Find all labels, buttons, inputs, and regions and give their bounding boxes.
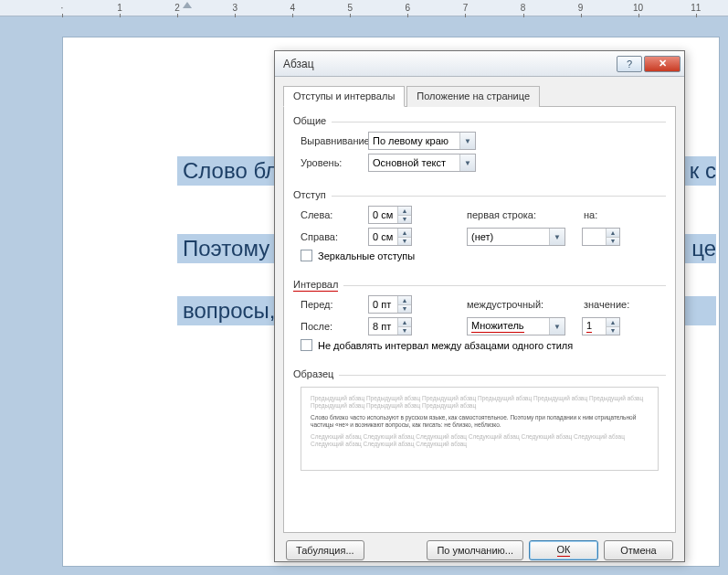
line-spacing-combo[interactable]: Множитель ▼: [467, 317, 565, 335]
preview-prefix: Предыдущий абзац Предыдущий абзац Предыд…: [311, 395, 649, 410]
spacing-after-value: 8 пт: [373, 321, 391, 332]
group-legend: Образец: [293, 368, 339, 379]
first-line-combo[interactable]: (нет) ▼: [467, 228, 565, 246]
dialog-title: Абзац: [283, 58, 615, 70]
spacing-after-spinner[interactable]: 8 пт ▲▼: [368, 317, 412, 335]
group-legend: Общие: [293, 115, 332, 126]
titlebar[interactable]: Абзац ? ✕: [275, 51, 684, 77]
spacing-before-value: 0 пт: [373, 299, 391, 310]
no-space-same-style-checkbox[interactable]: [301, 339, 312, 351]
ok-button[interactable]: ОК: [529, 540, 598, 560]
indent-right-label: Справа:: [293, 231, 368, 242]
indent-left-spinner[interactable]: 0 см ▲▼: [368, 206, 412, 224]
first-line-on-label: на:: [584, 209, 620, 220]
spacing-after-label: После:: [293, 321, 368, 332]
line-spacing-at-value: 1: [586, 320, 592, 333]
paragraph-dialog: Абзац ? ✕ Отступы и интервалы Положение …: [274, 50, 685, 562]
ruler-tick: 7: [438, 3, 492, 13]
spinner-arrows-icon[interactable]: ▲▼: [397, 207, 411, 223]
chevron-down-icon: ▼: [549, 229, 564, 245]
preview-suffix: Следующий абзац Следующий абзац Следующи…: [311, 433, 649, 449]
indent-left-label: Слева:: [293, 209, 368, 220]
ruler-tick: 4: [265, 3, 320, 13]
indent-left-value: 0 см: [373, 209, 393, 220]
tab-panel: Общие Выравнивание: По левому краю ▼ Уро…: [283, 107, 676, 533]
spacing-before-label: Перед:: [293, 299, 368, 310]
dialog-button-row: Табуляция... По умолчанию... ОК Отмена: [275, 533, 684, 568]
line-spacing-at-spinner[interactable]: 1 ▲▼: [582, 317, 620, 335]
alignment-combo[interactable]: По левому краю ▼: [368, 132, 476, 150]
chevron-down-icon: ▼: [459, 154, 475, 171]
spinner-arrows-icon[interactable]: ▲▼: [606, 318, 619, 335]
preview-sample: Слово близко часто используют в русском …: [311, 414, 649, 430]
set-default-button[interactable]: По умолчанию...: [427, 540, 523, 560]
first-line-label: первая строка:: [467, 209, 558, 220]
ruler: · 1 2 3 4 5 6 7 8 9 10 11: [0, 0, 728, 16]
tabs-button[interactable]: Табуляция...: [286, 540, 364, 560]
no-space-same-style-label: Не добавлять интервал между абзацами одн…: [318, 340, 573, 351]
line-spacing-value-label: значение:: [584, 299, 635, 310]
ruler-tick: 10: [611, 3, 666, 13]
first-line-on-spinner[interactable]: ▲▼: [582, 228, 620, 246]
spinner-arrows-icon[interactable]: ▲▼: [397, 229, 411, 245]
line-spacing-value: Множитель: [471, 320, 524, 333]
indent-marker-icon[interactable]: [183, 2, 192, 8]
group-preview: Образец Предыдущий абзац Предыдущий абза…: [293, 375, 666, 474]
chevron-down-icon: ▼: [459, 133, 475, 149]
line-spacing-label: междустрочный:: [467, 299, 558, 310]
group-interval: Интервал Перед: 0 пт ▲▼ междустрочный: з…: [293, 285, 666, 358]
ruler-tick: 8: [496, 3, 551, 13]
ruler-tick: 1: [92, 3, 147, 13]
tab-strip: Отступы и интервалы Положение на страниц…: [283, 85, 676, 107]
spinner-arrows-icon[interactable]: ▲▼: [397, 296, 411, 313]
level-combo[interactable]: Основной текст ▼: [368, 154, 476, 172]
ruler-tick: 3: [207, 3, 262, 13]
ruler-tick: 5: [322, 3, 377, 13]
ruler-tick: 9: [554, 3, 608, 13]
spacing-before-spinner[interactable]: 0 пт ▲▼: [368, 295, 412, 314]
mirror-indents-label: Зеркальные отступы: [318, 250, 415, 261]
mirror-indents-checkbox[interactable]: [301, 250, 312, 261]
group-legend: Отступ: [293, 189, 332, 200]
ruler-tick: 2: [150, 3, 205, 13]
tab-indents-spacing[interactable]: Отступы и интервалы: [283, 86, 405, 107]
group-legend: Интервал: [293, 279, 343, 292]
alignment-label: Выравнивание:: [293, 135, 368, 146]
close-button[interactable]: ✕: [644, 56, 681, 72]
ruler-tick: 11: [669, 3, 723, 13]
level-value: Основной текст: [373, 157, 446, 168]
indent-right-value: 0 см: [373, 231, 393, 242]
group-indent: Отступ Слева: 0 см ▲▼ первая строка: на:…: [293, 196, 666, 269]
first-line-value: (нет): [471, 231, 493, 242]
ruler-tick: ·: [35, 3, 90, 13]
spinner-arrows-icon[interactable]: ▲▼: [606, 229, 619, 245]
alignment-value: По левому краю: [373, 135, 448, 146]
ruler-tick: 6: [380, 3, 435, 13]
group-common: Общие Выравнивание: По левому краю ▼ Уро…: [293, 122, 666, 179]
level-label: Уровень:: [293, 157, 368, 168]
chevron-down-icon: ▼: [549, 318, 564, 335]
help-button[interactable]: ?: [617, 56, 642, 72]
spinner-arrows-icon[interactable]: ▲▼: [397, 318, 411, 335]
cancel-button[interactable]: Отмена: [604, 540, 673, 560]
indent-right-spinner[interactable]: 0 см ▲▼: [368, 228, 412, 246]
preview-box: Предыдущий абзац Предыдущий абзац Предыд…: [301, 387, 659, 471]
tab-page-position[interactable]: Положение на странице: [406, 86, 540, 107]
